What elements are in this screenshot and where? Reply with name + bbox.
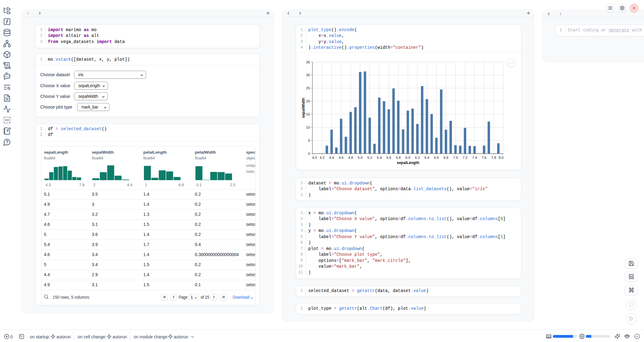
svg-text:5.2: 5.2 — [367, 156, 372, 159]
svg-text:7.8: 7.8 — [491, 156, 496, 159]
svg-text:4.4: 4.4 — [329, 156, 335, 159]
svg-text:4.6: 4.6 — [339, 156, 344, 159]
svg-text:7.4: 7.4 — [472, 156, 477, 159]
svg-text:sepalWidth: sepalWidth — [301, 98, 306, 118]
svg-text:7.0: 7.0 — [453, 156, 458, 159]
svg-text:5: 5 — [308, 139, 310, 142]
svg-text:7.6: 7.6 — [482, 156, 487, 159]
svg-text:6.4: 6.4 — [424, 156, 430, 159]
svg-text:sepalLength: sepalLength — [397, 161, 419, 165]
svg-text:10: 10 — [306, 126, 310, 129]
svg-text:20: 20 — [306, 99, 310, 103]
svg-text:4.8: 4.8 — [348, 156, 353, 159]
svg-text:6.8: 6.8 — [444, 156, 449, 159]
svg-text:5.0: 5.0 — [358, 156, 363, 159]
svg-text:15: 15 — [306, 112, 310, 116]
svg-text:6.6: 6.6 — [434, 156, 439, 159]
svg-text:4.0: 4.0 — [312, 156, 317, 159]
svg-text:7.2: 7.2 — [463, 156, 467, 159]
svg-text:5.8: 5.8 — [396, 156, 401, 159]
svg-text:6.2: 6.2 — [415, 156, 420, 159]
svg-text:30: 30 — [306, 73, 310, 77]
svg-text:8.0: 8.0 — [499, 156, 504, 159]
svg-text:5.6: 5.6 — [386, 156, 391, 159]
svg-text:5.4: 5.4 — [377, 156, 382, 159]
svg-text:25: 25 — [306, 86, 310, 90]
svg-text:35: 35 — [306, 60, 310, 64]
svg-text:4.2: 4.2 — [320, 156, 324, 159]
svg-text:6.0: 6.0 — [406, 156, 410, 159]
svg-text:0: 0 — [308, 152, 310, 155]
